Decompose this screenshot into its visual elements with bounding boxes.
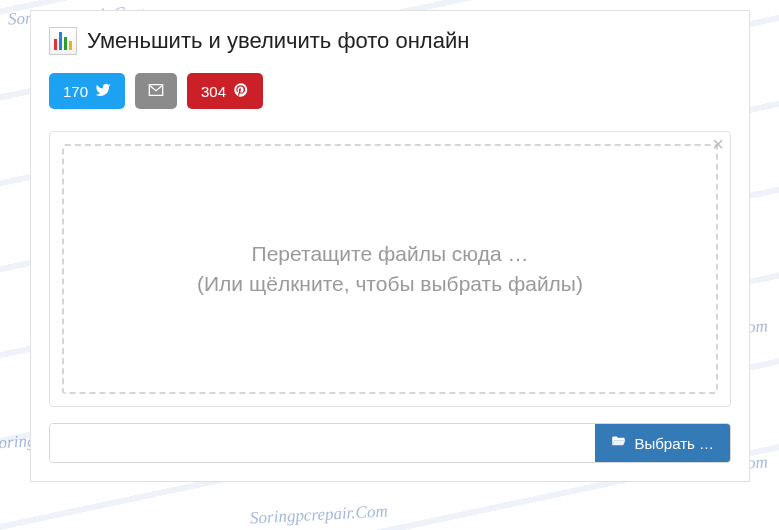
page-title: Уменьшить и увеличить фото онлайн	[87, 28, 469, 54]
file-path-field[interactable]	[50, 424, 595, 462]
share-twitter-button[interactable]: 170	[49, 73, 125, 109]
file-dropzone[interactable]: Перетащите файлы сюда … (Или щёлкните, ч…	[62, 144, 718, 394]
pinterest-icon	[233, 82, 249, 101]
twitter-count: 170	[63, 83, 88, 100]
folder-open-icon	[611, 434, 626, 452]
main-card: Уменьшить и увеличить фото онлайн 170 30…	[30, 10, 750, 482]
app-logo-icon	[49, 27, 77, 55]
dropzone-text-2: (Или щёлкните, чтобы выбрать файлы)	[197, 272, 583, 296]
share-row: 170 304	[49, 73, 731, 109]
share-email-button[interactable]	[135, 73, 177, 109]
file-select-row: Выбрать …	[49, 423, 731, 463]
close-icon[interactable]: ×	[712, 134, 724, 154]
dropzone-panel: × Перетащите файлы сюда … (Или щёлкните,…	[49, 131, 731, 407]
browse-button[interactable]: Выбрать …	[595, 424, 730, 462]
watermark: Soringpcrepair.Com	[250, 501, 389, 528]
share-pinterest-button[interactable]: 304	[187, 73, 263, 109]
email-icon	[148, 82, 164, 101]
browse-button-label: Выбрать …	[634, 435, 714, 452]
header: Уменьшить и увеличить фото онлайн	[49, 27, 731, 55]
dropzone-text-1: Перетащите файлы сюда …	[252, 242, 529, 266]
twitter-icon	[95, 82, 111, 101]
pinterest-count: 304	[201, 83, 226, 100]
